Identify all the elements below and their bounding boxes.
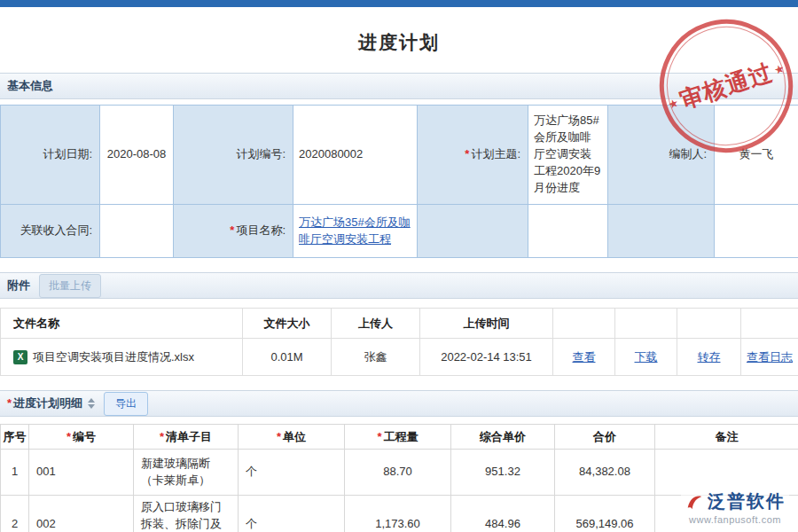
required-asterisk: *	[277, 430, 281, 443]
empty-cell	[715, 205, 798, 258]
file-name-cell: X 项目空调安装项目进度情况.xlsx	[1, 339, 243, 376]
header-unit-text: 单位	[283, 430, 306, 443]
top-bar	[0, 0, 798, 7]
stamp-star-left-icon: ★	[666, 95, 680, 111]
empty-cell	[418, 205, 528, 258]
required-asterisk: *	[230, 223, 234, 237]
required-asterisk: *	[465, 147, 469, 160]
header-code-text: 编号	[73, 430, 96, 443]
plan-subject-label: *计划主题:	[418, 106, 528, 205]
project-name-cell: 万达广场35#会所及咖啡厅空调安装工程	[293, 205, 418, 258]
plan-details-title-text: 进度计划明细	[13, 396, 82, 410]
cell-item: 新建玻璃隔断（卡莱斯卓）	[134, 450, 239, 496]
header-unit: *单位	[239, 425, 345, 450]
cell-item: 原入口玻璃移门拆装、拆除门及隔墙	[134, 496, 239, 532]
project-name-label: *项目名称:	[174, 205, 293, 258]
attachment-row: X 项目空调安装项目进度情况.xlsx 0.01M 张鑫 2022-02-14 …	[1, 339, 798, 376]
attachments-title: 附件	[7, 278, 30, 293]
table-row: 2 002 原入口玻璃移门拆装、拆除门及隔墙 个 1,173.60 484.96…	[1, 496, 798, 532]
stamp-text: 审核通过	[676, 57, 777, 116]
plan-details-title: *进度计划明细	[7, 395, 82, 411]
project-name-label-text: 项目名称:	[236, 223, 286, 237]
cell-unit: 个	[239, 450, 345, 496]
plan-no-value: 2020080002	[293, 106, 418, 205]
table-row: 1 001 新建玻璃隔断（卡莱斯卓） 个 88.70 951.32 84,382…	[1, 450, 798, 496]
contract-value	[100, 205, 174, 258]
action-cell: 下载	[615, 339, 677, 376]
header-quantity-text: 工程量	[384, 430, 419, 443]
required-asterisk: *	[160, 430, 164, 443]
header-item: *清单子目	[134, 425, 239, 450]
empty-cell	[608, 205, 715, 258]
cell-quantity: 88.70	[345, 450, 451, 496]
action-cell: 转存	[677, 339, 741, 376]
header-seq: 序号	[1, 425, 29, 450]
cell-total: 84,382.08	[555, 450, 655, 496]
header-empty	[553, 309, 615, 339]
header-code: *编号	[29, 425, 134, 450]
attachments-table: 文件名称 文件大小 上传人 上传时间 X 项目空调安装项目进度情况.xlsx 0…	[0, 308, 798, 376]
file-size: 0.01M	[243, 339, 332, 376]
header-total: 合价	[555, 425, 655, 450]
action-cell: 查看日志	[741, 339, 798, 376]
attachments-header-row: 文件名称 文件大小 上传人 上传时间	[1, 309, 798, 339]
cell-unit-price: 484.96	[451, 496, 555, 532]
plan-details-table: 序号 *编号 *清单子目 *单位 *工程量 综合单价 合价 备注 1 001 新…	[0, 424, 798, 532]
fanpu-logo-icon	[685, 492, 704, 512]
cell-unit: 个	[239, 496, 345, 532]
header-empty	[677, 309, 741, 339]
download-link[interactable]: 下载	[635, 350, 658, 364]
cell-code: 001	[29, 450, 134, 496]
save-as-link[interactable]: 转存	[698, 350, 721, 364]
file-upload-time: 2022-02-14 13:51	[420, 339, 553, 376]
header-upload-time: 上传时间	[420, 309, 553, 339]
file-name: 项目空调安装项目进度情况.xlsx	[33, 349, 194, 365]
basic-info-row-2: 关联收入合同: *项目名称: 万达广场35#会所及咖啡厅空调安装工程	[1, 205, 798, 258]
view-link[interactable]: 查看	[573, 350, 596, 364]
cell-code: 002	[29, 496, 134, 532]
contract-label: 关联收入合同:	[1, 205, 100, 258]
cell-quantity: 1,173.60	[345, 496, 451, 532]
header-file-name: 文件名称	[1, 309, 243, 339]
plan-no-label: 计划编号:	[174, 106, 293, 205]
cell-total: 569,149.06	[555, 496, 655, 532]
project-name-link[interactable]: 万达广场35#会所及咖啡厅空调安装工程	[299, 215, 411, 246]
required-asterisk: *	[66, 430, 71, 443]
file-uploader: 张鑫	[332, 339, 420, 376]
required-asterisk: *	[7, 396, 12, 410]
header-file-size: 文件大小	[243, 309, 332, 339]
stamp-star-right-icon: ★	[772, 61, 786, 77]
header-unit-price: 综合单价	[451, 425, 555, 450]
plan-date-value: 2020-08-08	[100, 106, 174, 205]
details-header-row: 序号 *编号 *清单子目 *单位 *工程量 综合单价 合价 备注	[1, 425, 798, 450]
section-plan-details: *进度计划明细 导出	[0, 390, 798, 417]
empty-cell	[528, 205, 608, 258]
header-uploader: 上传人	[332, 309, 420, 339]
cell-unit-price: 951.32	[451, 450, 555, 496]
excel-file-icon: X	[13, 350, 27, 364]
required-asterisk: *	[377, 430, 381, 443]
vendor-url: www.fanpusoft.com	[685, 514, 786, 525]
view-log-link[interactable]: 查看日志	[747, 350, 793, 364]
basic-info-title: 基本信息	[7, 78, 53, 94]
header-item-text: 清单子目	[166, 430, 212, 443]
cell-seq: 1	[1, 450, 29, 496]
header-empty	[741, 309, 798, 339]
plan-subject-value: 万达广场85#会所及咖啡厅空调安装工程2020年9月份进度	[528, 106, 608, 205]
header-empty	[615, 309, 677, 339]
cell-seq: 2	[1, 496, 29, 532]
plan-subject-label-text: 计划主题:	[471, 147, 520, 160]
vendor-name: 泛普软件	[708, 489, 786, 513]
action-cell: 查看	[553, 339, 615, 376]
header-remark: 备注	[655, 425, 798, 450]
plan-date-label: 计划日期:	[1, 106, 100, 205]
batch-upload-button[interactable]: 批量上传	[39, 274, 101, 298]
header-quantity: *工程量	[345, 425, 451, 450]
section-attachments: 附件 批量上传	[0, 272, 798, 299]
sort-icon[interactable]	[88, 398, 95, 409]
export-button[interactable]: 导出	[104, 392, 148, 416]
vendor-watermark: 泛普软件 www.fanpusoft.com	[681, 488, 789, 527]
